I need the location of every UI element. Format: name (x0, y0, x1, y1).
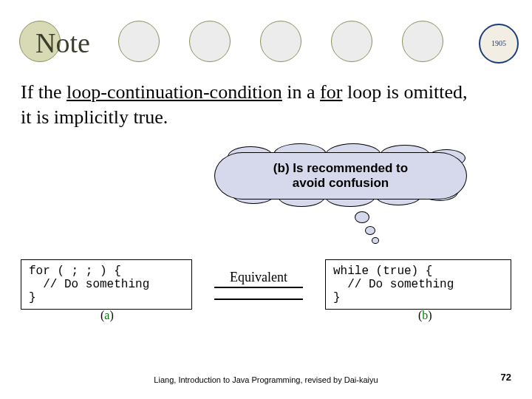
paren: ) (428, 309, 432, 321)
equivalent-marker: Equivalent (214, 270, 303, 300)
callout-body: (b) Is recommended to avoid confusion (214, 152, 467, 200)
page-number: 72 (501, 372, 511, 383)
equals-sign-icon (214, 287, 303, 300)
paren: ) (109, 309, 113, 321)
code-box-b: while (true) { // Do something } (325, 259, 511, 310)
thought-bubble-dot (365, 226, 375, 235)
footer-citation: Liang, Introduction to Java Programming,… (0, 375, 532, 384)
body-paragraph: If the loop-continuation-condition in a … (21, 80, 508, 130)
body-text: loop is omitted, (342, 81, 467, 103)
logo-year: 1905 (491, 40, 506, 47)
university-logo: 1905 (479, 24, 519, 64)
thought-bubble-dot (355, 211, 369, 223)
body-text: in a (282, 81, 320, 103)
callout-line1: (b) Is recommended to (273, 161, 408, 175)
underlined-term: loop-continuation-condition (66, 81, 282, 103)
slide-title: Note (35, 27, 90, 59)
body-text: it is implicitly true. (21, 106, 168, 128)
caption-a: (a) (100, 309, 114, 322)
callout-cloud: (b) Is recommended to avoid confusion (214, 152, 466, 210)
decor-dot (118, 21, 160, 62)
title-row: Note 1905 (0, 13, 532, 58)
decor-dot (260, 21, 301, 62)
thought-bubble-dot (372, 237, 379, 244)
callout-line2: avoid confusion (293, 176, 389, 190)
decor-dot (402, 21, 443, 62)
body-text: If the (21, 81, 66, 103)
decor-dot (331, 21, 372, 62)
decor-dot (189, 21, 231, 62)
code-box-a: for ( ; ; ) { // Do something } (21, 259, 192, 310)
code-equivalence-row: for ( ; ; ) { // Do something } Equivale… (21, 244, 511, 325)
underlined-term: for (320, 81, 342, 103)
caption-b: (b) (418, 309, 432, 322)
slide: Note 1905 If the loop-continuation-condi… (0, 0, 532, 399)
equivalent-label: Equivalent (230, 270, 287, 285)
